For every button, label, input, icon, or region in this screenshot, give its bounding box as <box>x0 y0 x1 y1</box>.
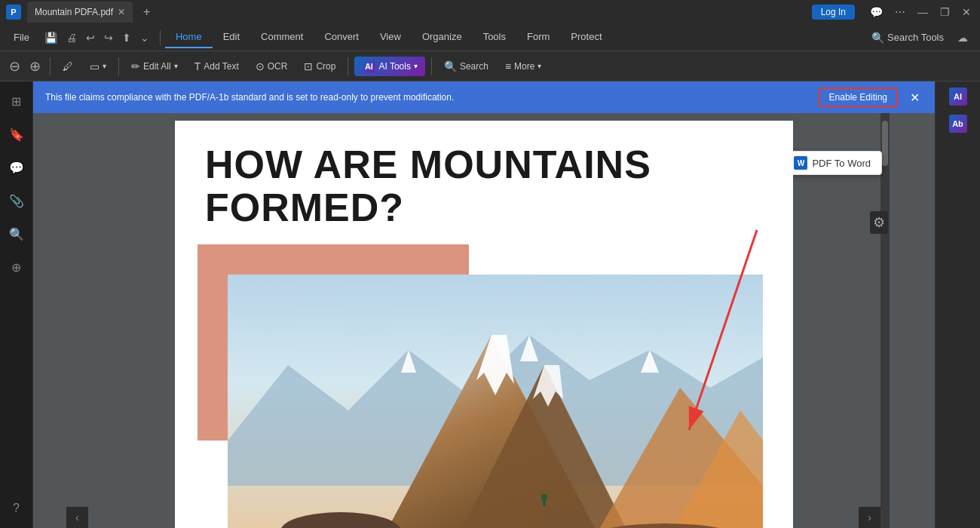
redo-icon[interactable]: ↪ <box>101 30 116 45</box>
tab-organize[interactable]: Organize <box>412 26 473 48</box>
pdf-to-word-button[interactable]: W PDF To Word <box>782 151 882 175</box>
next-page-button[interactable]: › <box>859 507 880 528</box>
scrollbar-thumb[interactable] <box>882 121 888 166</box>
undo-icon[interactable]: ↩ <box>83 30 98 45</box>
minimize-button[interactable]: — <box>914 5 931 20</box>
crop-icon: ⊡ <box>304 60 313 72</box>
highlight-icon: 🖊 <box>63 60 73 72</box>
sidebar-attachment-icon[interactable]: 📎 <box>3 187 30 214</box>
sidebar-left: ⊞ 🔖 💬 📎 🔍 ⊕ ? <box>0 81 33 528</box>
toolbar-divider-3 <box>348 57 348 75</box>
sidebar-pages-icon[interactable]: ⊞ <box>3 87 30 115</box>
main-area: ⊞ 🔖 💬 📎 🔍 ⊕ ? This file claims complianc… <box>0 81 980 528</box>
crop-button[interactable]: ⊡ Crop <box>298 57 341 75</box>
search-button[interactable]: 🔍 Search <box>438 57 495 75</box>
print-icon[interactable]: 🖨 <box>63 30 80 45</box>
scrollbar[interactable] <box>880 113 890 528</box>
pdf-page: HOW ARE MOUNTAINS FORMED? <box>175 121 793 528</box>
chat-icon[interactable]: 💬 <box>867 5 886 20</box>
shape-dropdown-icon: ▾ <box>103 62 106 70</box>
crop-label: Crop <box>316 61 335 72</box>
dropdown-icon[interactable]: ⌄ <box>137 30 152 45</box>
word-icon: W <box>794 156 807 170</box>
zoom-in-button[interactable]: ⊕ <box>26 57 44 76</box>
tab-protect[interactable]: Protect <box>560 26 612 48</box>
search-tools-icon: 🔍 <box>871 32 884 44</box>
more-icon: ≡ <box>505 60 511 72</box>
edit-all-dropdown-icon: ▾ <box>174 62 178 70</box>
edit-all-button[interactable]: ✏ Edit All ▾ <box>125 57 184 75</box>
svg-point-13 <box>541 494 547 500</box>
pdf-title: HOW ARE MOUNTAINS FORMED? <box>205 143 763 229</box>
search-tools-menu[interactable]: 🔍 Search Tools <box>865 32 950 44</box>
menu-divider <box>160 30 161 45</box>
tab-view[interactable]: View <box>369 26 412 48</box>
file-menu[interactable]: File <box>6 29 37 46</box>
toolbar-divider-2 <box>118 57 119 75</box>
sidebar-search-icon[interactable]: 🔍 <box>3 220 30 247</box>
zoom-controls: ⊖ ⊕ <box>6 57 44 76</box>
ai-dropdown-icon: ▾ <box>414 62 418 70</box>
add-text-button[interactable]: T Add Text <box>188 57 245 75</box>
sidebar-comment-icon[interactable]: 💬 <box>3 154 30 181</box>
login-button[interactable]: Log In <box>812 5 855 20</box>
mountain-image <box>228 275 763 528</box>
pdf-to-word-label: PDF To Word <box>812 158 871 169</box>
tab-tools[interactable]: Tools <box>473 26 516 48</box>
ocr-button[interactable]: ⊙ OCR <box>250 57 294 75</box>
more-options-icon[interactable]: ⋯ <box>892 5 908 20</box>
maximize-button[interactable]: ❐ <box>937 5 953 20</box>
toolbar: ⊖ ⊕ 🖊 ▭ ▾ ✏ Edit All ▾ T Add Text ⊙ OCR … <box>0 51 980 81</box>
settings-panel-icon[interactable]: ⚙ <box>870 211 888 234</box>
sidebar-layers-icon[interactable]: ⊕ <box>3 253 30 281</box>
pdf-viewer: ⚙ W PDF To Word HOW ARE MOUNTAINS FORMED… <box>33 113 935 528</box>
share-icon[interactable]: ⬆ <box>119 30 134 45</box>
tab-form[interactable]: Form <box>516 26 560 48</box>
close-tab-button[interactable]: ✕ <box>118 7 125 17</box>
quick-access-toolbar: 💾 🖨 ↩ ↪ ⬆ ⌄ <box>38 30 155 45</box>
tab-edit[interactable]: Edit <box>213 26 250 48</box>
cloud-icon[interactable]: ☁ <box>951 32 974 44</box>
tab-convert[interactable]: Convert <box>314 26 369 48</box>
menu-bar: File 💾 🖨 ↩ ↪ ⬆ ⌄ Home Edit Comment Conve… <box>0 24 980 51</box>
enable-editing-button[interactable]: Enable Editing <box>819 87 898 107</box>
more-label: More <box>514 61 534 72</box>
shape-icon: ▭ <box>90 60 100 72</box>
file-tab[interactable]: Mountain PDFA.pdf ✕ <box>27 2 133 23</box>
add-text-icon: T <box>194 60 201 72</box>
new-tab-button[interactable]: + <box>139 4 155 20</box>
ai-tools-label: AI Tools <box>378 61 410 72</box>
sidebar-bookmark-icon[interactable]: 🔖 <box>3 121 30 148</box>
ai-tools-button[interactable]: AI AI Tools ▾ <box>354 57 424 76</box>
content-area: This file claims compliance with the PDF… <box>33 81 935 528</box>
app-logo: P <box>6 5 21 20</box>
zoom-out-button[interactable]: ⊖ <box>6 57 23 76</box>
more-button[interactable]: ≡ More ▾ <box>499 57 548 75</box>
tab-comment[interactable]: Comment <box>250 26 314 48</box>
ai-assistant-button[interactable]: AI <box>949 87 967 106</box>
mountain-svg <box>228 275 763 528</box>
edit-all-label: Edit All <box>143 61 171 72</box>
ocr-label: OCR <box>268 61 288 72</box>
ai-translate-button[interactable]: Ab <box>949 115 967 133</box>
highlight-tool-button[interactable]: 🖊 <box>57 57 79 75</box>
toolbar-divider-1 <box>50 57 51 75</box>
add-text-label: Add Text <box>204 61 238 72</box>
file-tab-label: Mountain PDFA.pdf <box>35 7 113 17</box>
prev-page-button[interactable]: ‹ <box>66 507 88 528</box>
pdf-image-section <box>190 244 778 528</box>
save-icon[interactable]: 💾 <box>41 30 60 45</box>
tab-home[interactable]: Home <box>165 26 213 48</box>
right-panel: AI Ab <box>935 81 980 528</box>
menu-tabs: Home Edit Comment Convert View Organize … <box>165 26 613 48</box>
notification-close-button[interactable]: ✕ <box>907 89 923 106</box>
edit-all-icon: ✏ <box>131 60 140 72</box>
search-tools-label: Search Tools <box>887 32 944 43</box>
more-dropdown-icon: ▾ <box>537 62 541 70</box>
shape-tool-button[interactable]: ▭ ▾ <box>84 57 112 75</box>
search-icon: 🔍 <box>444 60 457 72</box>
ocr-icon: ⊙ <box>256 60 265 72</box>
window-controls: 💬 ⋯ — ❐ ✕ <box>867 5 974 20</box>
sidebar-help-icon[interactable]: ? <box>3 495 30 522</box>
close-window-button[interactable]: ✕ <box>959 5 974 20</box>
